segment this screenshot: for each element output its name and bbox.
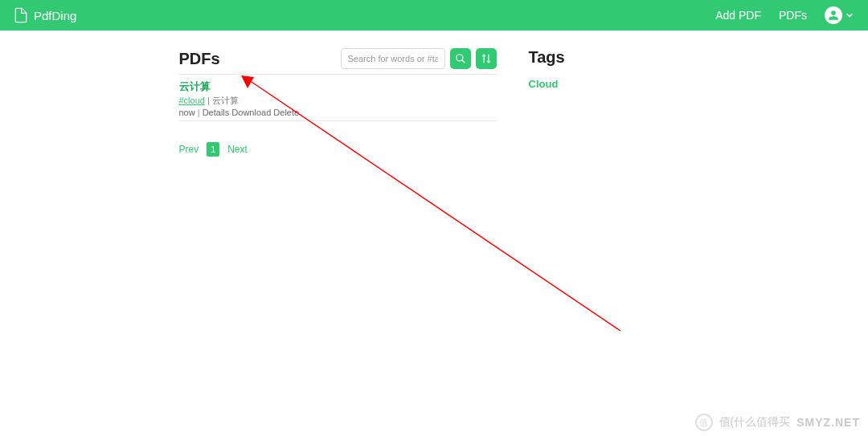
watermark-badge: 值 — [695, 414, 713, 431]
svg-point-0 — [456, 55, 462, 61]
chevron-down-icon — [845, 11, 854, 19]
search-controls — [341, 48, 497, 69]
pdf-meta: now | Details Download Delete — [179, 108, 497, 117]
pdf-tagline: #cloud | 云计算 — [179, 95, 497, 107]
sort-button[interactable] — [476, 48, 497, 69]
main-column: PDFs 云计算 #cloud | 云计算 now | D — [179, 48, 497, 157]
file-icon — [14, 7, 27, 23]
pdf-item: 云计算 #cloud | 云计算 now | Details Download … — [179, 75, 497, 121]
tag-item-cloud[interactable]: Cloud — [529, 78, 690, 90]
pdf-desc: 云计算 — [212, 96, 239, 105]
pager-prev[interactable]: Prev — [179, 144, 199, 155]
page-body: PDFs 云计算 #cloud | 云计算 now | D — [0, 31, 868, 157]
pdf-time: now — [179, 108, 195, 117]
side-column: Tags Cloud — [529, 48, 690, 157]
pager-next[interactable]: Next — [227, 144, 248, 155]
pager-current: 1 — [207, 142, 219, 157]
sort-icon — [481, 53, 492, 64]
watermark-en: SMYZ.NET — [796, 416, 860, 429]
svg-line-1 — [461, 60, 465, 63]
download-link[interactable]: Download — [231, 108, 271, 117]
pdf-title[interactable]: 云计算 — [179, 79, 497, 94]
main-header: PDFs — [179, 48, 497, 75]
brand-name: PdfDing — [34, 9, 76, 22]
watermark-zh: 值(什么值得买 — [719, 415, 791, 430]
pagination: Prev 1 Next — [179, 142, 497, 157]
tag-list: Cloud — [529, 78, 690, 90]
search-input[interactable] — [341, 48, 445, 69]
pdf-tag[interactable]: #cloud — [179, 96, 205, 105]
side-title: Tags — [529, 48, 690, 67]
details-link[interactable]: Details — [203, 108, 230, 117]
brand[interactable]: PdfDing — [14, 7, 76, 23]
main-title: PDFs — [179, 50, 220, 68]
nav-add-pdf[interactable]: Add PDF — [715, 9, 761, 22]
delete-link[interactable]: Delete — [273, 108, 299, 117]
search-button[interactable] — [450, 48, 471, 69]
topnav: Add PDF PDFs — [715, 6, 854, 24]
user-menu[interactable] — [825, 6, 854, 24]
nav-pdfs[interactable]: PDFs — [779, 9, 807, 22]
search-icon — [455, 53, 466, 64]
topbar: PdfDing Add PDF PDFs — [0, 0, 868, 31]
watermark: 值 值(什么值得买 SMYZ.NET — [695, 414, 860, 431]
avatar-icon — [825, 6, 842, 24]
